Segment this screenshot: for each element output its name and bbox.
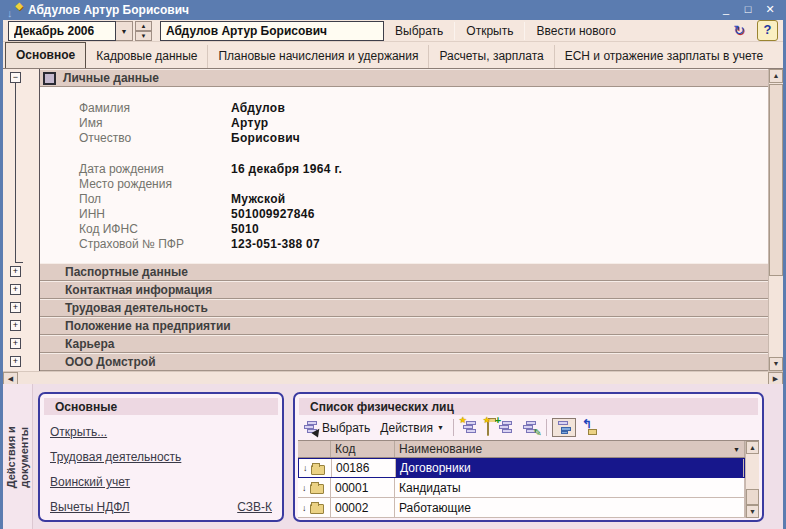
- tab-hr-data[interactable]: Кадровые данные: [86, 45, 207, 68]
- folder-icon: [311, 465, 325, 475]
- expand-icon[interactable]: +: [10, 266, 21, 277]
- help-button[interactable]: ?: [757, 20, 778, 41]
- scroll-up-icon[interactable]: ▲: [769, 69, 783, 83]
- section-title: Положение на предприятии: [65, 319, 231, 333]
- folder-icon: [310, 484, 324, 494]
- period-dropdown-icon[interactable]: ▼: [116, 21, 133, 41]
- actions-links: Открыть... Трудовая деятельность Воински…: [40, 415, 282, 520]
- expand-icon[interactable]: +: [10, 338, 21, 349]
- side-tab-label: Действия и документы: [5, 396, 31, 518]
- section-work-activity[interactable]: Трудовая деятельность: [40, 299, 768, 317]
- section-passport-data[interactable]: Паспортные данные: [40, 263, 768, 281]
- section-company-position[interactable]: Положение на предприятии: [40, 317, 768, 335]
- bottom-zone: Действия и документы Основные Открыть...…: [3, 384, 783, 529]
- table-header[interactable]: Код Наименование ▼: [298, 441, 745, 458]
- link-szv-k[interactable]: СЗВ-К: [237, 500, 272, 514]
- row-icon-cell: ↓: [299, 459, 332, 477]
- row-name[interactable]: Кандидаты: [395, 478, 745, 497]
- table-row[interactable]: ↓ 00001 Кандидаты: [298, 478, 745, 498]
- maximize-button[interactable]: □: [739, 2, 757, 18]
- persons-list-toolbar: Выбрать Действия ▼ ★ ★ + ✎ ↰: [295, 415, 762, 440]
- close-button[interactable]: ✕: [761, 2, 779, 18]
- tab-esn[interactable]: ЕСН и отражение зарплаты в учете: [554, 45, 774, 68]
- row-name[interactable]: Договорники: [396, 459, 744, 477]
- group-arrow-icon: ↓: [302, 483, 307, 493]
- row-name[interactable]: Работающие: [395, 498, 745, 517]
- scrollbar-thumb[interactable]: [769, 84, 783, 276]
- row-code[interactable]: 00186: [332, 459, 396, 477]
- scrollbar-thumb[interactable]: [746, 489, 759, 505]
- actions-menu-button[interactable]: Действия ▼: [376, 419, 448, 437]
- person-name-input[interactable]: [160, 21, 384, 41]
- enter-new-button[interactable]: Ввести нового: [525, 21, 626, 41]
- link-work-activity[interactable]: Трудовая деятельность: [50, 450, 181, 464]
- expand-icon[interactable]: +: [10, 284, 21, 295]
- spin-down-icon[interactable]: ▼: [135, 31, 152, 41]
- collapse-icon[interactable]: −: [10, 72, 21, 83]
- scroll-up-icon[interactable]: ▲: [746, 441, 759, 454]
- expand-icon[interactable]: +: [10, 320, 21, 331]
- icon-column-header: [298, 441, 331, 457]
- section-ooo-domstroy[interactable]: ООО Домстрой: [40, 353, 768, 371]
- list-select-button[interactable]: Выбрать: [300, 419, 374, 437]
- name-column-header[interactable]: Наименование ▼: [395, 441, 745, 457]
- vertical-scrollbar[interactable]: ▲ ▼: [768, 69, 783, 371]
- table-row[interactable]: ↓ 00186 Договорники: [298, 458, 745, 478]
- row-code[interactable]: 00002: [331, 498, 395, 517]
- scroll-down-icon[interactable]: ▼: [769, 357, 783, 371]
- persons-table: Код Наименование ▼ ↓ 00186 Договорники: [298, 440, 759, 518]
- table-scrollbar[interactable]: ▲ ▼: [745, 441, 759, 518]
- field-value: Артур: [231, 116, 268, 130]
- new-group-button[interactable]: ★: [483, 419, 493, 437]
- minimize-button[interactable]: _: [717, 2, 735, 18]
- link-ndfl-deductions[interactable]: Вычеты НДФЛ: [50, 500, 130, 514]
- link-open[interactable]: Открыть...: [50, 425, 107, 439]
- open-button[interactable]: Открыть: [455, 21, 524, 41]
- horizontal-scrollbar[interactable]: ◀ ▶: [3, 371, 783, 384]
- table-row[interactable]: ↓ 00002 Работающие: [298, 498, 745, 518]
- section-personal-data[interactable]: Личные данные: [40, 69, 768, 87]
- add-copy-button[interactable]: +: [495, 419, 517, 436]
- link-military-registration[interactable]: Воинский учет: [50, 475, 130, 489]
- tab-planned-accruals[interactable]: Плановые начисления и удержания: [207, 45, 428, 68]
- row-code[interactable]: 00001: [331, 478, 395, 497]
- tab-main[interactable]: Основное: [5, 42, 86, 68]
- move-to-group-button[interactable]: ↰: [578, 419, 601, 437]
- chevron-down-icon: ▼: [437, 424, 444, 431]
- group-arrow-icon: ↓: [303, 463, 308, 473]
- titlebar: ↓ ◆ Абдулов Артур Борисович _ □ ✕: [3, 0, 783, 20]
- code-column-header[interactable]: Код: [331, 441, 395, 457]
- expand-icon[interactable]: +: [10, 302, 21, 313]
- move-to-group-icon: ↰: [582, 421, 597, 435]
- expand-icon[interactable]: +: [10, 356, 21, 367]
- top-toolbar: ▼ ▲ ▼ Выбрать Открыть Ввести нового ↻ ?: [3, 20, 783, 42]
- scroll-down-icon[interactable]: ▼: [746, 505, 759, 518]
- edit-item-button[interactable]: ✎: [519, 419, 541, 436]
- field-value: Борисович: [231, 131, 300, 145]
- tree-gutter: − + + + + + +: [3, 69, 39, 371]
- chevron-down-icon[interactable]: ▼: [733, 446, 740, 453]
- tree-branch-line: [15, 83, 23, 263]
- field-label: Имя: [79, 116, 231, 130]
- section-title: Карьера: [65, 337, 115, 351]
- side-tab-actions-documents[interactable]: Действия и документы: [3, 384, 33, 529]
- add-item-button[interactable]: ★: [459, 419, 481, 436]
- actions-menu-label: Действия: [380, 421, 433, 435]
- toolbar-separator: [453, 419, 454, 436]
- spin-up-icon[interactable]: ▲: [135, 21, 152, 31]
- refresh-icon[interactable]: ↻: [727, 20, 751, 41]
- field-value: 5010: [231, 222, 259, 236]
- tree-content: Личные данные ФамилияАбдулов ИмяАртур От…: [39, 69, 768, 371]
- field-value: Абдулов: [231, 101, 285, 115]
- tab-payroll[interactable]: Расчеты, зарплата: [428, 45, 553, 68]
- hierarchy-view-toggle[interactable]: [552, 418, 576, 437]
- field-label: ИНН: [79, 207, 231, 221]
- section-career[interactable]: Карьера: [40, 335, 768, 353]
- scrollbar-track[interactable]: [18, 372, 768, 384]
- period-input[interactable]: [8, 21, 116, 41]
- period-spinner[interactable]: ▲ ▼: [135, 21, 152, 41]
- select-button[interactable]: Выбрать: [384, 21, 454, 41]
- section-contact-info[interactable]: Контактная информация: [40, 281, 768, 299]
- add-item-icon: ★: [463, 421, 477, 434]
- add-copy-icon: +: [499, 421, 513, 434]
